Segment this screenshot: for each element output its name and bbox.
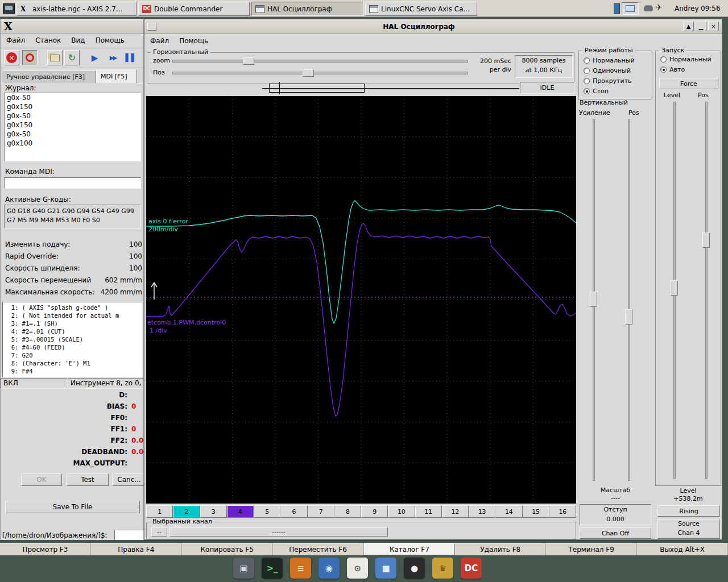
games-icon[interactable]: ♛ (432, 558, 453, 579)
scope-menu-1[interactable]: Помощь (179, 37, 208, 45)
journal-line[interactable]: g0x150 (5, 120, 140, 130)
program-line[interactable]: 3: #1=.1 (SH) (4, 319, 142, 327)
gain-slider-handle[interactable] (590, 292, 597, 307)
channel-button-4[interactable]: 4 (227, 505, 254, 518)
reload-button[interactable]: ↻ (64, 50, 80, 65)
globe-icon[interactable]: ◉ (318, 558, 340, 579)
scope-titlebar[interactable]: HAL Осциллограф ▲ ▁ × (144, 19, 722, 34)
trigpos-slider-handle[interactable] (702, 232, 710, 248)
save-to-file-button[interactable]: Save To File (5, 501, 140, 513)
run-mode-option-2[interactable]: Прокрутить (584, 77, 632, 85)
hpos-slider-handle[interactable] (303, 69, 314, 77)
terminal-icon[interactable]: >_ (262, 558, 283, 579)
zoom-slider-handle[interactable] (243, 57, 254, 65)
fkey-6[interactable]: Переместить F6 (273, 543, 364, 555)
channel-dash-button[interactable]: -- (151, 527, 167, 537)
program-listing[interactable]: 1: ( AXIS "splash g-code" ) 2: ( Not int… (2, 302, 143, 377)
hpos-slider-trough[interactable] (172, 72, 468, 74)
zoom-slider-trough[interactable] (172, 60, 468, 63)
run-mode-option-0[interactable]: Нормальный (584, 57, 635, 64)
shade-button[interactable]: ▲ (683, 22, 694, 31)
program-line[interactable]: 8: (Character: 'E') M1 (4, 359, 142, 367)
trigpos-slider-trough[interactable] (705, 102, 708, 479)
trigger-option-1[interactable]: Авто (660, 66, 685, 73)
taskbar-window-axis[interactable]: X axis-lathe.ngc - AXIS 2.7... (16, 2, 136, 16)
calibration-button-ok[interactable]: OK (21, 473, 62, 486)
penguin-icon[interactable]: ● (404, 558, 425, 579)
scope-canvas[interactable]: axis.0.f-error 200m/div etcomb.1.PWM.dco… (146, 96, 576, 504)
channel-button-1[interactable]: 1 (146, 505, 173, 518)
book-icon[interactable]: ≡ (290, 558, 311, 579)
channel-button-2[interactable]: 2 (173, 505, 200, 518)
journal-line[interactable]: g0x-50 (5, 111, 140, 120)
taskbar-window-linuxcnc[interactable]: LinuxCNC Servo Axis Ca... (365, 2, 477, 16)
open-file-button[interactable] (47, 50, 63, 65)
channel-button-14[interactable]: 14 (495, 505, 522, 518)
close-button[interactable]: × (708, 22, 719, 31)
program-line[interactable]: 4: #2=.01 (CUT) (4, 327, 142, 335)
journal-list[interactable]: g0x-50g0x150g0x-50g0x150g0x-50g0x100 (4, 93, 141, 161)
program-line[interactable]: 9: F#4 (4, 367, 142, 375)
run-mode-option-1[interactable]: Одиночный (584, 67, 631, 74)
journal-line[interactable]: g0x-50 (5, 130, 140, 139)
search-icon[interactable]: ⊙ (347, 558, 368, 579)
axis-menu-2[interactable]: Вид (71, 36, 85, 44)
pager[interactable] (622, 2, 639, 15)
folder-icon[interactable]: ■ (375, 558, 396, 579)
journal-line[interactable]: g0x-50 (5, 93, 140, 102)
program-line[interactable]: 7: G20 (4, 351, 142, 359)
run-from-line-button[interactable]: ▶▶ (105, 50, 121, 65)
journal-line[interactable]: g0x150 (5, 102, 140, 111)
channel-button-16[interactable]: 16 (549, 505, 576, 518)
channel-button-9[interactable]: 9 (361, 505, 388, 518)
tab-manual[interactable]: Ручное управление [F3] (2, 70, 96, 84)
level-slider-handle[interactable] (671, 280, 678, 296)
channel-button-10[interactable]: 10 (388, 505, 415, 518)
program-line[interactable]: 1: ( AXIS "splash g-code" ) (4, 304, 142, 311)
fkey-10[interactable]: Выход Alt+X (637, 543, 728, 555)
channel-button-5[interactable]: 5 (254, 505, 280, 518)
axis-menu-1[interactable]: Станок (35, 36, 61, 44)
taskbar-window-dc[interactable]: DC Double Commander (138, 2, 250, 16)
calibration-button-test[interactable]: Test (67, 473, 109, 486)
channel-button-11[interactable]: 11 (415, 505, 442, 518)
channel-source-button[interactable]: ------ (169, 527, 388, 537)
program-line[interactable]: 5: #3=.00015 (SCALE) (4, 335, 142, 343)
force-button[interactable]: Force (659, 78, 718, 89)
chan-off-button[interactable]: Chan Off (580, 527, 651, 539)
calibration-button-canc[interactable]: Canc... (112, 473, 144, 486)
axis-menu-3[interactable]: Помощь (96, 36, 125, 44)
start-icon[interactable] (3, 3, 15, 14)
tray-plane-icon[interactable]: ✈ (655, 2, 663, 13)
run-button[interactable]: ▶ (87, 50, 102, 65)
program-line[interactable]: 2: ( Not intended for actual m (4, 311, 142, 319)
fkey-8[interactable]: Удалить F8 (455, 543, 546, 555)
program-line[interactable]: 6: #4=60 (FEED) (4, 343, 142, 351)
fkey-9[interactable]: Терминал F9 (546, 543, 637, 555)
channel-button-6[interactable]: 6 (280, 505, 307, 518)
minimize-button[interactable]: ▁ (696, 22, 706, 31)
vpos-slider-handle[interactable] (625, 309, 632, 325)
trigger-option-0[interactable]: Нормальный (660, 56, 712, 63)
channel-button-15[interactable]: 15 (523, 505, 549, 518)
fkey-4[interactable]: Правка F4 (91, 543, 182, 555)
channel-button-3[interactable]: 3 (200, 505, 227, 518)
tab-mdi[interactable]: MDI [F5] (96, 69, 137, 84)
axis-menu-0[interactable]: Файл (6, 36, 25, 44)
channel-button-8[interactable]: 8 (334, 505, 361, 518)
machine-power-button[interactable] (22, 50, 38, 65)
source-button[interactable]: SourceChan 4 (657, 519, 720, 539)
axis-titlebar[interactable]: X (1, 19, 144, 34)
channel-button-12[interactable]: 12 (442, 505, 469, 518)
channel-button-13[interactable]: 13 (469, 505, 495, 518)
mdi-input[interactable] (4, 177, 141, 189)
double-commander-icon[interactable]: DC (461, 558, 482, 579)
taskbar-window-scope[interactable]: HAL Осциллограф (251, 2, 363, 16)
rising-button[interactable]: Rising (657, 505, 720, 517)
channel-button-7[interactable]: 7 (308, 505, 334, 518)
dc-cmdline-input[interactable] (114, 530, 144, 540)
computer-icon[interactable]: ▣ (233, 558, 254, 579)
tray-gamepad-icon[interactable] (642, 3, 654, 14)
estop-button[interactable]: × (4, 50, 19, 65)
fkey-5[interactable]: Копировать F5 (182, 543, 273, 555)
